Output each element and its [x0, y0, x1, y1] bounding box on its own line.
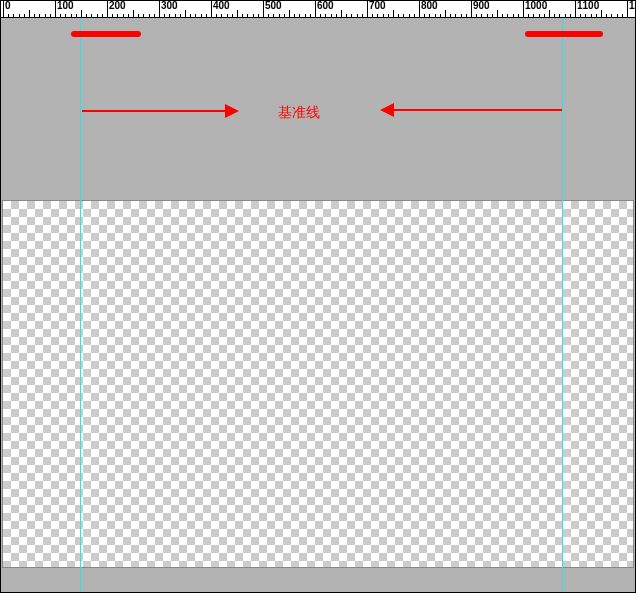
ruler-tick-small [279, 14, 280, 18]
ruler-tick-small [554, 14, 555, 18]
ruler-tick-small [544, 14, 545, 18]
ruler-tick-small [164, 14, 165, 18]
ruler-tick-small [487, 14, 488, 18]
ruler-tick-small [310, 14, 311, 18]
ruler-tick-small [331, 14, 332, 18]
ruler-tick-small [195, 14, 196, 18]
ruler-tick-small [242, 14, 243, 18]
ruler-tick-minor [549, 10, 550, 18]
ruler-tick-small [128, 14, 129, 18]
ruler-label: 500 [263, 0, 282, 12]
ruler-tick-small [611, 14, 612, 18]
ruler-label: 800 [419, 0, 438, 12]
ruler-tick-small [450, 14, 451, 18]
ruler-tick-small [606, 14, 607, 18]
annotation-mark-right [525, 31, 603, 37]
ruler-label: 1000 [523, 0, 547, 12]
ruler-tick-small [154, 14, 155, 18]
ruler-tick-minor [445, 10, 446, 18]
ruler-tick-small [351, 14, 352, 18]
ruler-tick-small [398, 14, 399, 18]
annotation-baseline-label: 基准线 [278, 104, 320, 122]
annotation-arrow-right-line [390, 109, 562, 111]
ruler-tick-small [476, 14, 477, 18]
ruler-tick-small [117, 14, 118, 18]
ruler-tick-small [622, 14, 623, 18]
annotation-arrow-left-head [225, 104, 239, 118]
ruler-tick-small [466, 14, 467, 18]
guide-line-left[interactable] [80, 18, 81, 593]
ruler-tick-small [435, 14, 436, 18]
ruler-tick-small [507, 14, 508, 18]
ruler-tick-minor [393, 10, 394, 18]
ruler-tick-small [13, 14, 14, 18]
ruler-tick-small [76, 14, 77, 18]
ruler-tick-small [284, 14, 285, 18]
ruler-label: 12 [627, 0, 636, 12]
ruler-tick-small [403, 14, 404, 18]
ruler-label: 900 [471, 0, 490, 12]
ruler-tick-small [481, 14, 482, 18]
ruler-tick-small [591, 14, 592, 18]
ruler-tick-minor [341, 10, 342, 18]
ruler-tick-minor [497, 10, 498, 18]
ruler-tick-small [50, 14, 51, 18]
ruler-tick-small [513, 14, 514, 18]
ruler-tick-small [91, 14, 92, 18]
horizontal-ruler[interactable]: 01002003004005006007008009001000110012 [0, 0, 636, 18]
ruler-tick-small [232, 14, 233, 18]
ruler-tick-minor [185, 10, 186, 18]
ruler-tick-small [570, 14, 571, 18]
ruler-label: 400 [211, 0, 230, 12]
ruler-tick-minor [81, 10, 82, 18]
ruler-tick-small [24, 14, 25, 18]
ruler-label: 100 [55, 0, 74, 12]
canvas-transparent-layer[interactable] [2, 200, 634, 568]
ruler-tick-small [585, 14, 586, 18]
ruler-tick-small [461, 14, 462, 18]
ruler-label: 300 [159, 0, 178, 12]
ruler-tick-small [247, 14, 248, 18]
ruler-tick-small [138, 14, 139, 18]
annotation-arrow-left-line [82, 110, 230, 112]
annotation-arrow-right-head [380, 103, 394, 117]
ruler-label: 1100 [575, 0, 599, 12]
ruler-tick-small [294, 14, 295, 18]
ruler-tick-small [143, 14, 144, 18]
ruler-tick-small [440, 14, 441, 18]
ruler-tick-minor [289, 10, 290, 18]
ruler-tick-small [455, 14, 456, 18]
ruler-tick-small [221, 14, 222, 18]
ruler-tick-small [253, 14, 254, 18]
ruler-tick-small [45, 14, 46, 18]
ruler-tick-small [502, 14, 503, 18]
ruler-tick-small [325, 14, 326, 18]
ruler-tick-minor [237, 10, 238, 18]
ruler-tick-small [216, 14, 217, 18]
ruler-tick-small [190, 14, 191, 18]
ruler-tick-small [299, 14, 300, 18]
ruler-tick-small [372, 14, 373, 18]
ruler-tick-small [123, 14, 124, 18]
ruler-tick-minor [133, 10, 134, 18]
ruler-tick-small [492, 14, 493, 18]
ruler-tick-small [336, 14, 337, 18]
ruler-tick-small [227, 14, 228, 18]
ruler-tick-small [539, 14, 540, 18]
ruler-tick-small [102, 14, 103, 18]
ruler-tick-small [206, 14, 207, 18]
ruler-tick-small [580, 14, 581, 18]
ruler-tick-small [65, 14, 66, 18]
ruler-tick-small [528, 14, 529, 18]
ruler-tick-small [409, 14, 410, 18]
ruler-tick-small [518, 14, 519, 18]
guide-line-right[interactable] [562, 18, 563, 593]
ruler-tick-small [71, 14, 72, 18]
ruler-tick-small [169, 14, 170, 18]
ruler-tick-small [388, 14, 389, 18]
ruler-label: 0 [3, 0, 11, 12]
ruler-tick-small [39, 14, 40, 18]
ruler-tick-small [377, 14, 378, 18]
ruler-tick-small [320, 14, 321, 18]
ruler-tick-small [414, 14, 415, 18]
